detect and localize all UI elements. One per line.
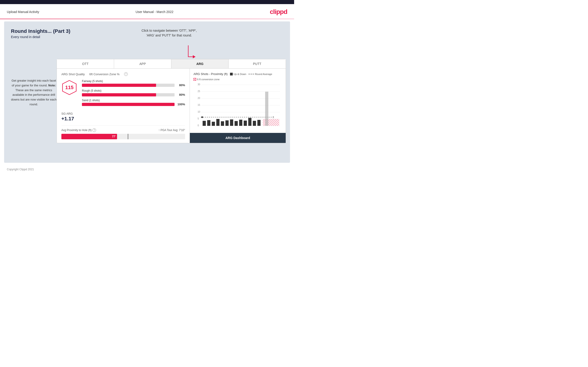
bar-fill-rough — [82, 93, 156, 96]
proximity-chart: 30 25 20 15 10 5 0 — [193, 83, 282, 128]
panel-header: ARG Shot Quality 6ft Conversion Zone % ? — [61, 72, 185, 76]
header: Upload Manual Activity User Manual - Mar… — [0, 4, 294, 19]
proximity-section: Avg Proximity to Hole (ft) ? ↑ PGA Tour … — [61, 125, 185, 139]
legend-square-icon — [230, 73, 233, 75]
arg-shot-quality-label: ARG Shot Quality — [61, 73, 85, 76]
right-panel-header: ARG Shots - Proximity (ft) Up & Down Rou… — [193, 72, 282, 81]
svg-rect-26 — [234, 121, 238, 126]
arg-dashboard-button[interactable]: ARG Dashboard — [190, 133, 286, 143]
tab-arg[interactable]: ARG — [171, 59, 229, 68]
bar-track-sand: 100% — [82, 103, 185, 106]
svg-text:20: 20 — [198, 97, 200, 99]
svg-rect-23 — [221, 121, 224, 126]
svg-marker-18 — [201, 116, 204, 118]
proximity-cursor — [128, 134, 128, 139]
sg-label: SG ARG — [61, 112, 185, 115]
svg-rect-29 — [248, 118, 251, 126]
tab-putt[interactable]: PUTT — [229, 59, 286, 68]
svg-text:8: 8 — [273, 116, 274, 118]
right-panel-title: ARG Shots - Proximity (ft) — [193, 72, 228, 76]
top-bar — [0, 0, 294, 4]
svg-marker-0 — [193, 55, 196, 58]
svg-rect-31 — [257, 120, 260, 126]
tab-arg-label: ARG — [196, 62, 203, 66]
svg-text:0: 0 — [198, 124, 199, 127]
legend-round-avg-label: Round Average — [255, 73, 272, 75]
proximity-bar-bg: 77' — [61, 134, 185, 139]
upload-manual-label: Upload Manual Activity — [7, 10, 39, 14]
proximity-bar-fill: 77' — [61, 134, 117, 139]
legend-dashed-icon — [249, 74, 254, 74]
svg-rect-22 — [216, 119, 219, 126]
svg-rect-28 — [244, 121, 247, 126]
legend-hatched-icon — [193, 78, 196, 81]
nav-instruction: Click to navigate between 'OTT', 'APP','… — [141, 28, 197, 38]
hex-number: 115 — [65, 84, 74, 91]
bar-bg-sand — [82, 103, 174, 106]
bar-pct-sand: 100% — [176, 103, 185, 106]
card-body: ARG Shot Quality 6ft Conversion Zone % ?… — [57, 69, 286, 143]
left-desc-text: Get greater insight into each facet of y… — [11, 79, 56, 106]
svg-text:25: 25 — [198, 90, 200, 92]
footer: Copyright Clippd 2021 — [0, 165, 294, 174]
svg-text:10: 10 — [198, 110, 200, 113]
dashboard-card: OTT APP ARG PUTT ARG Shot Quality 6ft Co… — [57, 59, 286, 143]
legend-conversion-zone-label: 6 ft conversion zone — [197, 78, 219, 81]
bar-fill-sand — [82, 103, 174, 106]
bar-row-rough: Rough (5 shots) 80% — [82, 89, 185, 96]
svg-text:5: 5 — [198, 117, 199, 120]
bar-bg-fairway — [82, 84, 174, 87]
bar-fill-fairway — [82, 84, 156, 87]
bar-pct-fairway: 80% — [176, 83, 185, 87]
svg-rect-19 — [203, 121, 206, 126]
proximity-label: Avg Proximity to Hole (ft) — [61, 129, 92, 132]
sg-section: SG ARG +1.17 — [61, 112, 185, 122]
chart-container: 30 25 20 15 10 5 0 — [193, 83, 282, 133]
proximity-header: Avg Proximity to Hole (ft) ? ↑ PGA Tour … — [61, 128, 185, 132]
info-icon[interactable]: ? — [124, 72, 128, 76]
hexagon-score: 115 — [61, 80, 77, 95]
bar-label-fairway: Fairway (5 shots) — [82, 80, 185, 83]
clippd-logo: clippd — [270, 8, 287, 16]
left-panel: ARG Shot Quality 6ft Conversion Zone % ?… — [57, 69, 190, 143]
hex-and-bars: 115 Fairway (5 shots) 80% — [61, 80, 185, 108]
tab-ott[interactable]: OTT — [57, 59, 114, 68]
tab-app-label: APP — [139, 62, 146, 66]
svg-text:30: 30 — [198, 83, 200, 86]
legend-up-down-label: Up & Down — [234, 73, 246, 75]
note-bold: Note: — [48, 84, 56, 87]
svg-rect-20 — [207, 120, 210, 126]
svg-rect-27 — [239, 120, 242, 126]
bar-pct-rough: 80% — [176, 93, 185, 96]
conversion-zone-label: 6ft Conversion Zone % — [89, 73, 120, 76]
bar-bg-rough — [82, 93, 174, 96]
legend-up-down: Up & Down — [230, 73, 246, 75]
bar-row-fairway: Fairway (5 shots) 80% — [82, 80, 185, 87]
svg-rect-24 — [225, 120, 229, 126]
legend-conversion-zone: 6 ft conversion zone — [193, 78, 219, 81]
copyright: Copyright Clippd 2021 — [7, 168, 34, 171]
tab-ott-label: OTT — [82, 62, 88, 66]
tab-app[interactable]: APP — [114, 59, 171, 68]
legend-round-avg: Round Average — [249, 73, 272, 75]
tab-putt-label: PUTT — [253, 62, 261, 66]
user-manual-label: User Manual - March 2022 — [136, 10, 173, 14]
pga-tour-avg: ↑ PGA Tour Avg: 7'10" — [158, 129, 185, 132]
bar-row-sand: Sand (1 shots) 100% — [82, 99, 185, 106]
svg-rect-30 — [253, 121, 256, 126]
sg-value: +1.17 — [61, 116, 185, 122]
proximity-bar-value: 77' — [112, 135, 116, 138]
main-content: Round Insights... (Part 3) Every round i… — [4, 21, 290, 163]
bar-track-fairway: 80% — [82, 83, 185, 87]
bar-rows: Fairway (5 shots) 80% Rough (5 shots) — [82, 80, 185, 108]
svg-rect-34 — [265, 92, 268, 126]
bar-label-sand: Sand (1 shots) — [82, 99, 185, 102]
svg-rect-25 — [230, 119, 233, 126]
bar-label-rough: Rough (5 shots) — [82, 89, 185, 92]
right-panel: ARG Shots - Proximity (ft) Up & Down Rou… — [190, 69, 286, 143]
tab-bar: OTT APP ARG PUTT — [57, 59, 286, 69]
header-divider — [0, 19, 294, 19]
proximity-info-icon[interactable]: ? — [92, 128, 96, 132]
svg-text:15: 15 — [198, 104, 200, 106]
svg-rect-21 — [212, 122, 215, 126]
